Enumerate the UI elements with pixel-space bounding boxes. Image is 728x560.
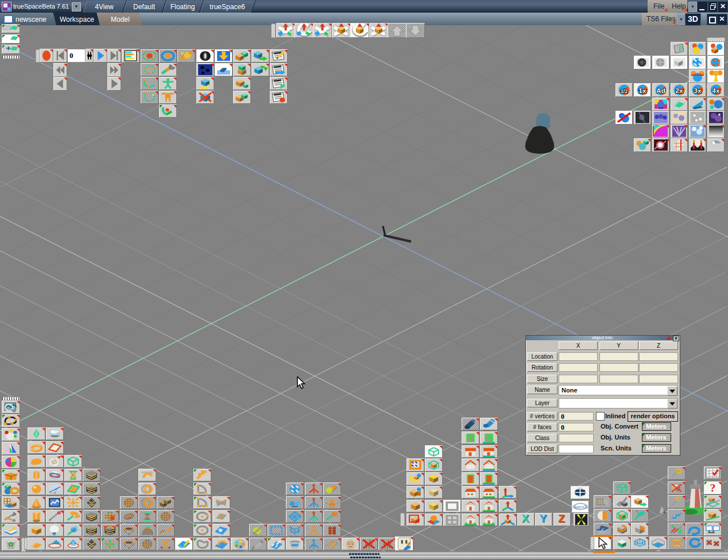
svg-text:1x: 1x: [638, 87, 646, 95]
svg-text:2x: 2x: [675, 87, 683, 95]
svg-text:?: ?: [710, 482, 716, 493]
svg-text:OpenGL: OpenGL: [572, 504, 588, 509]
svg-text:Y: Y: [540, 514, 547, 524]
svg-text:3x: 3x: [694, 87, 702, 95]
svg-text:Ad: Ad: [656, 87, 665, 95]
svg-text:Z: Z: [558, 514, 565, 524]
svg-text:4x: 4x: [712, 87, 720, 95]
svg-text:1/2: 1/2: [621, 88, 628, 94]
svg-text:P: P: [679, 45, 683, 52]
svg-text:X: X: [522, 514, 529, 524]
